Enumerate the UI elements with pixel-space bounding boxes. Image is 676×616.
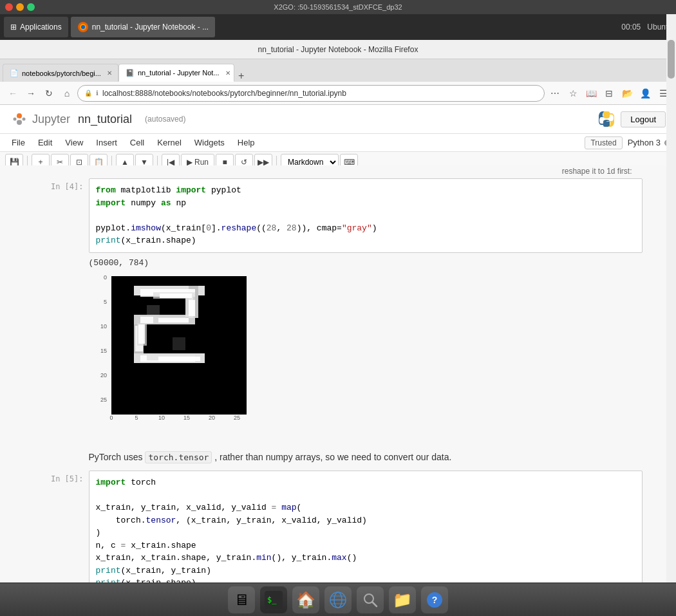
jupyter-taskbar-label: nn_tutorial - Jupyter Notebook - ...: [92, 23, 209, 32]
matplotlib-plot: 0 5 10 15 20 25 0 5 10 15: [89, 273, 250, 434]
code-line: import numpy as np: [96, 197, 635, 210]
svg-text:20: 20: [208, 415, 214, 421]
menu-widgets[interactable]: Widgets: [188, 135, 231, 150]
svg-point-5: [14, 118, 17, 121]
svg-text:20: 20: [100, 372, 106, 378]
back-btn[interactable]: ←: [5, 86, 21, 101]
svg-text:25: 25: [100, 397, 106, 403]
cell-4: In [4]: from matplotlib import pyplot im…: [24, 178, 643, 443]
svg-rect-41: [158, 357, 200, 361]
trusted-badge[interactable]: Trusted: [585, 136, 622, 149]
extensions-btn[interactable]: ⋯: [547, 86, 563, 101]
menu-insert[interactable]: Insert: [89, 135, 124, 150]
cell-4-body: from matplotlib import pyplot import num…: [89, 178, 643, 443]
applications-btn[interactable]: ⊞ Applications: [4, 17, 68, 37]
svg-text:15: 15: [183, 415, 189, 421]
svg-text:5: 5: [103, 299, 106, 305]
synced-tabs-btn[interactable]: 📂: [619, 86, 635, 101]
dock-terminal[interactable]: $_: [260, 586, 287, 613]
notebook-name[interactable]: nn_tutorial: [78, 113, 132, 126]
menu-bar: File Edit View Insert Cell Kernel Widget…: [0, 134, 676, 152]
ff-tab-1[interactable]: 📓 nn_tutorial - Jupyter Not... ✕: [118, 64, 234, 82]
code-line: print(x_train.shape): [96, 577, 635, 583]
svg-text:10: 10: [158, 415, 164, 421]
taskbar-time: 00:05: [621, 23, 641, 32]
menu-cell[interactable]: Cell: [124, 135, 151, 150]
jupyter-logo-icon: Ju: [10, 110, 28, 128]
ff-tab-close-0[interactable]: ✕: [107, 70, 112, 77]
address-bar[interactable]: 🔒 ℹ localhost:8888/notebooks/notebooks/p…: [77, 85, 545, 102]
home-btn[interactable]: ⌂: [59, 86, 75, 101]
menu-help[interactable]: Help: [231, 135, 261, 150]
max-btn[interactable]: [27, 3, 35, 11]
scrolled-label: reshape it to 1d first:: [24, 165, 643, 178]
svg-rect-43: [173, 337, 185, 350]
svg-text:0: 0: [109, 415, 113, 421]
forward-btn[interactable]: →: [23, 86, 39, 101]
autosaved-label: (autosaved): [145, 115, 185, 124]
svg-line-52: [372, 602, 377, 606]
code-line: import torch: [96, 476, 635, 489]
ff-favicon-1: 📓: [126, 69, 135, 77]
bookmark-btn[interactable]: ☆: [565, 86, 581, 101]
window-title: X2GO: :50-1593561534_stDXFCE_dp32: [274, 3, 402, 11]
dock-monitor[interactable]: 🖥: [228, 586, 255, 613]
account-btn[interactable]: 👤: [637, 86, 653, 101]
code-line: n, c = x_train.shape: [96, 539, 635, 552]
svg-rect-42: [147, 305, 160, 315]
svg-text:10: 10: [100, 323, 106, 330]
svg-point-6: [23, 118, 26, 121]
cell-markdown-label: [24, 446, 89, 469]
jupyter-taskbar-btn[interactable]: nn_tutorial - Jupyter Notebook - ...: [71, 17, 215, 37]
svg-text:$_: $_: [267, 595, 277, 604]
plot-container: 0 5 10 15 20 25 0 5 10 15: [89, 273, 643, 436]
ff-window-title: nn_tutorial - Jupyter Notebook - Mozilla…: [258, 45, 418, 54]
firefox-icon: [77, 21, 89, 33]
svg-text:Ju: Ju: [17, 117, 21, 121]
min-btn[interactable]: [16, 3, 24, 11]
menu-file[interactable]: File: [5, 135, 32, 150]
ff-navbar: ← → ↻ ⌂ 🔒 ℹ localhost:8888/notebooks/not…: [0, 82, 676, 105]
svg-rect-39: [158, 318, 189, 322]
reading-mode-btn[interactable]: 📖: [583, 86, 599, 101]
title-bar: X2GO: :50-1593561534_stDXFCE_dp32: [0, 0, 676, 14]
menu-edit[interactable]: Edit: [32, 135, 59, 150]
dock-search[interactable]: [357, 586, 384, 613]
ff-tabs: 📄 notebooks/pytorch/begi... ✕ 📓 nn_tutor…: [0, 59, 676, 82]
library-btn[interactable]: ⊟: [601, 86, 617, 101]
scroll-thumb[interactable]: [668, 40, 675, 79]
menu-right: Trusted Python 3: [585, 136, 671, 149]
scrollbar[interactable]: [666, 14, 676, 583]
dock-network[interactable]: [324, 586, 352, 613]
dock-home[interactable]: 🏠: [292, 586, 319, 613]
close-btn[interactable]: [5, 3, 13, 11]
cell-markdown: PyTorch uses torch.tensor , rather than …: [24, 446, 643, 469]
ff-favicon-0: 📄: [10, 69, 19, 77]
dock-help[interactable]: ?: [421, 586, 448, 613]
nav-right-icons: ⋯ ☆ 📖 ⊟ 📂 👤 ☰: [547, 86, 671, 101]
reload-btn[interactable]: ↻: [41, 86, 57, 101]
new-tab-btn[interactable]: +: [234, 70, 248, 82]
taskbar-bottom: 🖥 $_ 🏠 📁 ?: [0, 583, 676, 616]
applications-icon: ⊞: [10, 23, 17, 32]
jupyter-brand: Jupyter: [32, 113, 70, 126]
kernel-name: Python 3: [628, 138, 661, 147]
cell-4-code[interactable]: from matplotlib import pyplot import num…: [89, 178, 643, 253]
ff-tab-close-1[interactable]: ✕: [225, 70, 230, 77]
cell-5-code[interactable]: import torch x_train, y_train, x_valid, …: [89, 471, 643, 583]
svg-rect-38: [189, 300, 195, 316]
jupyter-header: Ju Jupyter nn_tutorial (autosaved) Logou…: [0, 105, 676, 134]
notebook-content[interactable]: reshape it to 1d first: In [4]: from mat…: [0, 165, 666, 583]
menu-view[interactable]: View: [59, 135, 89, 150]
cell-5-body: import torch x_train, y_train, x_valid, …: [89, 471, 643, 583]
dock-files[interactable]: 📁: [389, 586, 416, 613]
svg-text:15: 15: [100, 348, 106, 354]
code-line: [96, 209, 635, 222]
code-line: print(x_train.shape): [96, 234, 635, 247]
ff-tab-0[interactable]: 📄 notebooks/pytorch/begi... ✕: [3, 64, 118, 82]
logout-button[interactable]: Logout: [621, 111, 666, 127]
svg-point-2: [81, 25, 85, 29]
svg-text:0: 0: [103, 274, 106, 281]
taskbar-top: ⊞ Applications nn_tutorial - Jupyter Not…: [0, 14, 676, 40]
menu-kernel[interactable]: Kernel: [151, 135, 188, 150]
